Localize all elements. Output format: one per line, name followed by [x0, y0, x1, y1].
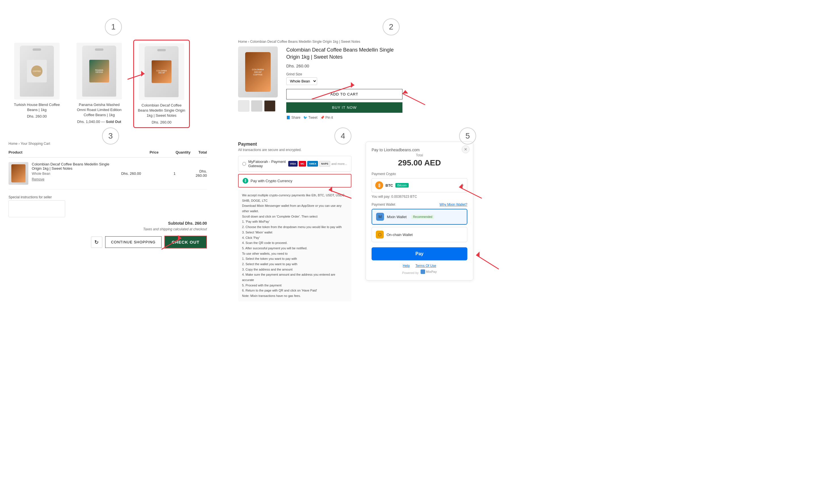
main-product-image: COLOMBIADECAFCOFFEE: [238, 46, 278, 98]
product-name-2: Panama Geisha Washed Omni Roast Limited …: [74, 102, 124, 118]
panel-footer: Help Terms Of Use: [371, 264, 467, 268]
step-2-number: 2: [383, 18, 400, 35]
recommended-badge: Recommended: [411, 215, 434, 219]
thumbnail-3[interactable]: [264, 100, 276, 112]
share-twitter[interactable]: 🐦 Tweet: [303, 116, 317, 120]
close-button[interactable]: ✕: [462, 145, 470, 153]
cart-item-total: Dhs. 260.00: [190, 157, 207, 190]
thumbnail-row: [238, 100, 278, 112]
cart-row: Colombian Decaf Coffee Beans Medellin Si…: [8, 157, 207, 190]
cart-table: Product Price Quantity Total Colombian D…: [8, 150, 207, 190]
detail-image-section: COLOMBIADECAFCOFFEE: [238, 46, 278, 120]
visa-icon: VISA: [288, 161, 298, 166]
payment-secure-text: All transactions are secure and encrypte…: [238, 148, 352, 152]
detail-product-title: Colombian Decaf Coffee Beans Medellin Si…: [286, 46, 402, 61]
step-1-number: 1: [105, 18, 122, 35]
btc-icon: ₿: [375, 181, 383, 189]
social-share-row: 📘 Share 🐦 Tweet 📌 Pin it: [286, 116, 402, 120]
mixin-wallet-option[interactable]: M Mixin Wallet Recommended: [371, 209, 467, 225]
wallet-label: Payment Wallet: [371, 202, 395, 206]
product-price-1: Dhs. 260.00: [12, 114, 62, 118]
btc-label: BTC: [386, 183, 393, 188]
product-detail-container: COLOMBIADECAFCOFFEE Colombian Decaf Coff…: [238, 46, 402, 120]
why-mixin-link[interactable]: Why Mixin Wallet?: [440, 202, 467, 206]
col-quantity: Quantity: [158, 150, 190, 157]
section-product-detail: 2 Home › Colombian Decaf Coffee Beans Me…: [238, 17, 402, 120]
product-card-2[interactable]: PANAMAGEISHA Panama Geisha Washed Omni R…: [71, 40, 128, 128]
cart-item-price: Dhs. 260.00: [110, 157, 159, 190]
pay-panel-header: Pay to Lionheadbeans.com: [371, 148, 467, 152]
total-amount: 295.00 AED: [371, 158, 467, 167]
myfatoorah-label: MyFatoorah - Payment Gateway: [248, 159, 286, 168]
sold-out-badge: Sold Out: [106, 120, 121, 124]
continue-shopping-button[interactable]: CONTINUE SHOPPING: [105, 236, 161, 248]
section-payment: 4 Payment All transactions are secure an…: [238, 142, 352, 302]
refresh-cart-button[interactable]: ↻: [91, 237, 102, 248]
cart-product-cell: Colombian Decaf Coffee Beans Medellin Si…: [8, 162, 110, 185]
detail-info-section: Colombian Decaf Coffee Beans Medellin Si…: [286, 46, 402, 120]
product-name-1: Turkish House Blend Coffee Beans | 1kg: [12, 102, 62, 113]
add-to-cart-button[interactable]: ADD TO CART: [286, 89, 402, 100]
subtotal-line: Subtotal Dhs. 260.00: [8, 221, 207, 226]
crypto-selector[interactable]: ₿ BTC Bitcoin ▾: [371, 178, 467, 192]
total-label: Total: [371, 153, 467, 157]
grind-size-label: Grind Size: [286, 72, 402, 76]
product-image-3: COLOMBIADECAF: [139, 43, 184, 100]
radio-myfatoorah[interactable]: [242, 162, 246, 166]
powered-by: Powered by MixPay: [371, 269, 467, 274]
svg-line-12: [476, 255, 499, 269]
wallet-label-row: Payment Wallet Why Mixin Wallet?: [371, 202, 467, 206]
grind-size-select[interactable]: Whole Bean: [286, 77, 317, 85]
special-instructions-section: Special instructions for seller: [8, 195, 207, 218]
product-name-3: Colombian Decaf Coffee Beans Medellin Si…: [137, 103, 186, 118]
pay-panel: ✕ Pay to Lionheadbeans.com Total 295.00 …: [366, 142, 473, 280]
crypto-payment-label: Pay with Crypto Currency: [251, 179, 347, 183]
step-4-number: 4: [334, 127, 352, 145]
tax-note: Taxes and shipping calculated at checkou…: [8, 227, 207, 231]
col-total: Total: [190, 150, 207, 157]
svg-marker-5: [402, 90, 408, 93]
mixpay-label: MixPay: [426, 270, 437, 273]
cart-remove-button[interactable]: Remove: [32, 177, 110, 181]
thumbnail-2[interactable]: [251, 100, 262, 112]
pay-button[interactable]: Pay: [371, 247, 467, 260]
product-price-2: Dhs. 1,040.00 — Sold Out: [74, 120, 124, 124]
buy-it-now-button[interactable]: BUY IT NOW: [286, 102, 402, 113]
crypto-payment-icon: ₿: [243, 178, 248, 184]
naps-icon: NAPS: [319, 161, 330, 166]
product-image-2: PANAMAGEISHA: [76, 43, 122, 100]
product-image-1: COFFEE: [14, 43, 60, 100]
cart-product-details: Colombian Decaf Coffee Beans Medellin Si…: [32, 162, 110, 181]
checkout-button[interactable]: CHECK OUT: [165, 236, 207, 248]
share-facebook[interactable]: 📘 Share: [286, 116, 300, 120]
onchain-wallet-name: On-chain Wallet: [387, 233, 413, 237]
help-link[interactable]: Help: [403, 264, 410, 268]
thumbnail-1[interactable]: [238, 100, 249, 112]
svg-line-4: [402, 93, 425, 105]
special-instructions-input[interactable]: [8, 200, 65, 217]
mixin-wallet-name: Mixin Wallet: [387, 215, 407, 219]
you-pay-amount: You will pay: 0.00367623 BTC: [371, 195, 467, 199]
onchain-wallet-option[interactable]: ⬡ On-chain Wallet: [371, 227, 467, 242]
detail-product-price: Dhs. 260.00: [286, 64, 402, 68]
cart-product-image: [8, 162, 28, 185]
mastercard-icon: MC: [299, 161, 306, 166]
payment-option-myfatoorah[interactable]: MyFatoorah - Payment Gateway VISA MC AME…: [238, 156, 352, 172]
share-pinterest[interactable]: 📌 Pin it: [320, 116, 333, 120]
section-product-list: 1 COFFEE Turkish House Blend Coffee Bean…: [8, 17, 207, 128]
product-card-1[interactable]: COFFEE Turkish House Blend Coffee Beans …: [8, 40, 65, 128]
section-pay-panel: 5 ✕ Pay to Lionheadbeans.com Total 295.0…: [366, 142, 473, 280]
special-instructions-label: Special instructions for seller: [8, 195, 207, 199]
payment-option-crypto[interactable]: ₿ Pay with Crypto Currency: [238, 174, 352, 188]
col-price: Price: [110, 150, 159, 157]
breadcrumb-detail: Home › Colombian Decaf Coffee Beans Mede…: [238, 40, 402, 44]
product-card-3[interactable]: COLOMBIADECAF Colombian Decaf Coffee Bea…: [133, 40, 190, 128]
btc-badge: Bitcoin: [395, 183, 409, 188]
cart-actions: ↻ CONTINUE SHOPPING CHECK OUT: [8, 236, 207, 248]
onchain-wallet-icon: ⬡: [376, 231, 384, 238]
step-3-number: 3: [102, 127, 119, 145]
product-price-3: Dhs. 260.00: [137, 120, 186, 124]
terms-link[interactable]: Terms Of Use: [416, 264, 436, 268]
section-cart: 3 Home › Your Shopping Cart Product Pric…: [8, 142, 207, 248]
mixin-wallet-icon: M: [376, 213, 384, 221]
